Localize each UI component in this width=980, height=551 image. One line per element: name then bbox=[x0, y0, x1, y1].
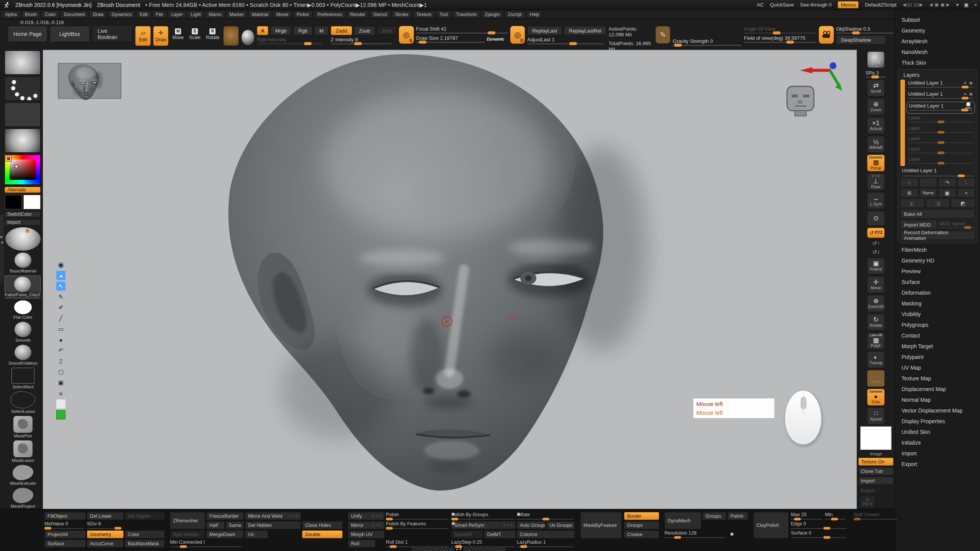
freeze-border-button[interactable]: FreezeBorder bbox=[206, 512, 244, 520]
brush-mesh-project[interactable]: MeshProject bbox=[5, 488, 41, 509]
menu-item[interactable]: Light bbox=[187, 11, 204, 18]
zadd-button[interactable]: Zadd bbox=[331, 26, 352, 35]
menu-item[interactable]: Texture bbox=[413, 11, 435, 18]
menu-item[interactable]: Tool bbox=[436, 11, 451, 18]
tool-section-header[interactable]: Morph Target bbox=[895, 341, 980, 352]
menu-item[interactable]: Color bbox=[41, 11, 59, 18]
unify-button[interactable]: UnifyX Y Z bbox=[348, 512, 385, 520]
ui-scrub-icons[interactable]: ◀|||| ||||▶ bbox=[903, 2, 923, 7]
eraser-icon[interactable]: ▭ bbox=[56, 324, 65, 334]
del-mt-button[interactable]: DelMT bbox=[484, 530, 516, 538]
trash-icon[interactable]: ▯ bbox=[56, 357, 65, 366]
border-button[interactable]: Border bbox=[624, 512, 659, 520]
color-picker-gradient[interactable] bbox=[10, 160, 36, 180]
rgb-button[interactable]: Rgb bbox=[293, 26, 312, 35]
accu-curve-button[interactable]: AccuCurve bbox=[87, 540, 124, 548]
brush-mask-lasso[interactable]: MaskLasso bbox=[5, 440, 41, 463]
layer-row[interactable]: Untitled Layer 1 ● ◉ bbox=[906, 91, 975, 101]
tool-section-header[interactable]: Geometry HD bbox=[895, 255, 980, 266]
polish-by-features-slider[interactable]: Polish By Features bbox=[386, 521, 450, 529]
brush-mesh-extrude[interactable]: MeshExtrude bbox=[5, 465, 41, 486]
pin-icon[interactable]: ◉ bbox=[56, 260, 65, 269]
draw-button[interactable]: ✛Draw bbox=[153, 26, 169, 46]
texture-image-thumbnail[interactable] bbox=[860, 426, 892, 450]
color-palette-icon[interactable] bbox=[56, 399, 65, 409]
main-color-swatch[interactable] bbox=[5, 195, 22, 209]
frame-button[interactable]: ▣Frame bbox=[867, 258, 885, 274]
tool-section-header[interactable]: Displacement Map bbox=[895, 384, 980, 395]
tool-section-header[interactable]: Normal Map bbox=[895, 395, 980, 405]
tool-section-header[interactable]: UV Map bbox=[895, 362, 980, 373]
m-button[interactable]: M bbox=[314, 26, 328, 35]
mid-value-slider[interactable]: MidValue 0 bbox=[44, 521, 86, 529]
pager-arrows-icon[interactable]: ▲▼ bbox=[455, 547, 462, 551]
transp-button[interactable]: ◐Transp bbox=[867, 351, 885, 368]
crease-button[interactable]: Crease bbox=[624, 530, 659, 538]
stroke-selector[interactable]: Dots bbox=[5, 77, 41, 101]
menu-item[interactable]: Zplugin bbox=[481, 11, 503, 18]
polish-by-groups-slider[interactable]: Polish By Groups bbox=[451, 512, 516, 520]
claypolish-min-slider[interactable]: Min bbox=[825, 512, 846, 520]
floor-button[interactable]: X Y Z⊥Floor bbox=[867, 173, 885, 190]
cursor-icon[interactable]: ↖ bbox=[56, 282, 65, 291]
light-placement-dot[interactable] bbox=[26, 229, 29, 233]
pager-hatch-right[interactable] bbox=[464, 548, 506, 551]
del-higher-button[interactable]: Del Higher bbox=[125, 512, 165, 520]
menu-item[interactable]: Picker bbox=[293, 11, 313, 18]
rgb-intensity-slider[interactable]: Rgb Intensity bbox=[257, 37, 322, 44]
color-picker[interactable] bbox=[5, 155, 41, 185]
lazy-radius-slider[interactable]: LazyRadius 1 bbox=[517, 540, 575, 548]
brush-smooth[interactable]: Smooth bbox=[5, 322, 41, 343]
surface-button[interactable]: Surface bbox=[44, 540, 86, 548]
menu-item[interactable]: Stroke bbox=[392, 11, 412, 18]
undo-icon[interactable]: ↶ bbox=[56, 346, 65, 355]
import-texture-button[interactable]: Import bbox=[5, 219, 41, 225]
menu-item[interactable]: Draw bbox=[89, 11, 107, 18]
rotate-z-button[interactable]: ↺Z bbox=[872, 249, 879, 256]
tool-section-header[interactable]: Visibility bbox=[895, 309, 980, 320]
min-connected-slider[interactable]: Min Connected I bbox=[170, 540, 244, 548]
z-intensity-slider[interactable]: Z Intensity 8 bbox=[331, 37, 392, 44]
project-all-button[interactable]: ProjectAll bbox=[44, 530, 86, 538]
menu-item[interactable]: Marker bbox=[226, 11, 247, 18]
menu-item[interactable]: File bbox=[152, 11, 167, 18]
aahalf-button[interactable]: ½AAHalf bbox=[867, 136, 885, 153]
eye-icon[interactable]: ◕ bbox=[56, 271, 65, 280]
layer-record-dot-icon[interactable]: ● bbox=[964, 80, 967, 85]
brush-select-lasso[interactable]: SelectLasso bbox=[5, 391, 41, 414]
tool-section-header[interactable]: Thick Skin bbox=[895, 57, 980, 68]
tool-section-header[interactable]: Subtool bbox=[895, 15, 980, 25]
document-thumbnail[interactable] bbox=[58, 64, 121, 100]
document-canvas[interactable]: ◉ ◕ ↖ ✎ ✐ ╱ ▭ ● ↶ ▯ ▢ ▣ ≡ Mouse left bbox=[43, 50, 857, 509]
layers-scrollbar[interactable] bbox=[900, 80, 905, 166]
rotate-3d-button[interactable]: ↻Rotate bbox=[867, 314, 885, 331]
brush-selector[interactable]: Standard bbox=[5, 51, 41, 75]
replay-last-button[interactable]: ReplayLast bbox=[527, 26, 562, 35]
colorize-button[interactable]: Colorize bbox=[517, 530, 575, 538]
tool-section-header[interactable]: Polygroups bbox=[895, 320, 980, 330]
geometry-toggle-button[interactable]: Geometry bbox=[87, 530, 124, 538]
xyz-axis-badge[interactable]: X Y Z bbox=[288, 514, 298, 518]
material-flat-color[interactable]: Flat Color bbox=[5, 300, 41, 320]
roll-button[interactable]: Roll bbox=[348, 540, 376, 548]
new-layer-button[interactable]: ⊞ bbox=[900, 188, 918, 197]
polish-slider[interactable]: Polish bbox=[386, 512, 450, 520]
resolution-mode-dot[interactable] bbox=[730, 533, 733, 536]
layer-split-button[interactable]: ◨ bbox=[926, 199, 950, 208]
tool-section-header[interactable]: ArrayMesh bbox=[895, 36, 980, 47]
tool-section-header[interactable]: Polypaint bbox=[895, 352, 980, 362]
zsub-button[interactable]: Zsub bbox=[354, 26, 375, 35]
lazy-step-slider[interactable]: LazyStep 0.25 bbox=[451, 540, 516, 548]
tool-section-header[interactable]: Display Properties bbox=[895, 416, 980, 427]
export-texture-button[interactable]: Export bbox=[858, 486, 893, 494]
material-preview-sphere[interactable] bbox=[5, 227, 41, 251]
image-icon[interactable]: ▣ bbox=[56, 378, 65, 387]
rgb-a-toggle[interactable]: A bbox=[257, 26, 268, 35]
ruler-icon[interactable]: ╱ bbox=[56, 314, 65, 323]
layer-up-button[interactable]: ↑ bbox=[900, 178, 918, 187]
del-hidden-button[interactable]: Del Hidden bbox=[245, 521, 301, 529]
edit-button[interactable]: ▱Edit bbox=[135, 26, 151, 46]
angle-of-view-slider[interactable]: Angle Of View bbox=[744, 26, 817, 34]
half-button[interactable]: Half bbox=[206, 521, 225, 529]
menu-item[interactable]: Layer bbox=[168, 11, 186, 18]
